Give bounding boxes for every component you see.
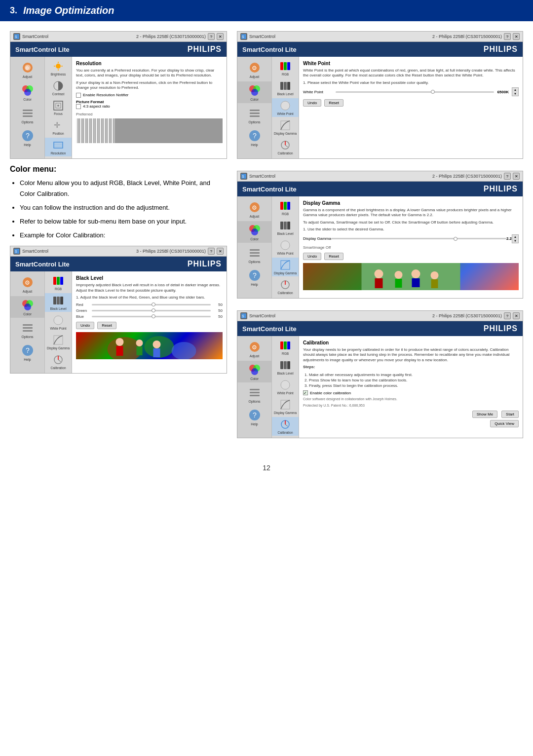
display-gamma-control-row: Display Gamma 2.2 ▲ ▼: [303, 234, 519, 243]
nav-options[interactable]: Options: [10, 104, 44, 126]
black-level-instruction: 1. Adjust the black level of the Red, Gr…: [76, 295, 223, 300]
nav-color[interactable]: Color: [10, 81, 44, 103]
gamma-increment[interactable]: ▲: [512, 235, 518, 239]
aspect-ratio-checkbox[interactable]: [76, 104, 81, 109]
gamma-slider-thumb: [454, 237, 457, 241]
wp-sub-rgb[interactable]: RGB: [272, 59, 299, 77]
display-gamma-reset-button[interactable]: Reset: [324, 253, 343, 260]
bl-sub-calibration[interactable]: Calibration: [45, 352, 72, 371]
display-gamma-undo-button[interactable]: Undo: [303, 253, 321, 260]
svg-rect-34: [23, 327, 33, 329]
quick-view-button[interactable]: Quick View: [490, 420, 519, 427]
bl-nav-options[interactable]: Options: [10, 319, 44, 340]
calib-nav-options[interactable]: Options: [237, 383, 271, 405]
calib-nav-adjust-label: Adjust: [250, 354, 259, 358]
calib-nav-adjust[interactable]: ⚙ Adjust: [237, 338, 271, 360]
gamma-calibration-icon: [279, 279, 291, 291]
green-slider-track[interactable]: [92, 310, 211, 311]
calib-sub-displaygamma[interactable]: Display Gamma: [272, 397, 299, 416]
wp-sub-displaygamma[interactable]: Display Gamma: [272, 118, 299, 137]
gamma-nav-help[interactable]: ? Help: [237, 266, 271, 288]
sub-brightness[interactable]: Brightness: [45, 59, 72, 77]
wp-nav-help[interactable]: ? Help: [237, 127, 271, 149]
wp-sub-rgb-label: RGB: [282, 73, 289, 76]
gamma-sub-displaygamma[interactable]: Display Gamma: [272, 258, 299, 276]
wp-sub-calibration[interactable]: Calibration: [272, 138, 299, 156]
bl-sub-blacklevel[interactable]: Black Level: [45, 293, 72, 312]
bl-calibration-icon: [52, 354, 64, 366]
bl-nav-color[interactable]: Color: [10, 296, 44, 318]
gamma-monitor-name: 2 - Philips 225Bl (CS30715000001): [432, 174, 502, 179]
calib-close-button[interactable]: ✕: [513, 312, 520, 319]
calib-nav-color[interactable]: Color: [237, 361, 271, 382]
gamma-nav-adjust[interactable]: ⚙ Adjust: [237, 198, 271, 220]
gamma-sub-whitepoint[interactable]: White Point: [272, 238, 299, 257]
bl-sub-whitepoint[interactable]: White Point: [45, 313, 72, 332]
gamma-sub-rgb[interactable]: RGB: [272, 198, 299, 217]
wp-nav-color[interactable]: Color: [237, 81, 271, 103]
calib-help-button[interactable]: ?: [504, 312, 511, 319]
svg-rect-57: [153, 348, 160, 357]
res-bar-17: [108, 118, 109, 143]
gamma-decrement[interactable]: ▼: [512, 239, 518, 243]
gamma-sub-blacklevel[interactable]: Black Level: [272, 218, 299, 237]
calib-monitor-name: 2 - Philips 225Bl (CS30715000001): [432, 313, 502, 318]
resolution-notifier-checkbox[interactable]: [76, 93, 81, 98]
bl-sub-calibration-label: Calibration: [50, 366, 66, 370]
black-level-reset-button[interactable]: Reset: [97, 322, 116, 329]
bl-close-button[interactable]: ✕: [217, 248, 224, 255]
svg-text:?: ?: [26, 346, 30, 354]
bl-sub-rgb[interactable]: RGB: [45, 273, 72, 292]
sub-focus[interactable]: Focus: [45, 98, 72, 117]
bl-help-button[interactable]: ?: [208, 248, 215, 255]
wp-nav-options[interactable]: Options: [237, 104, 271, 126]
wp-sub-blacklevel[interactable]: Black Level: [272, 78, 299, 97]
calib-sub-whitepoint[interactable]: White Point: [272, 378, 299, 396]
gamma-app-icon: S: [240, 173, 247, 180]
white-point-reset-button[interactable]: Reset: [324, 99, 343, 107]
calib-sub-blacklevel[interactable]: Black Level: [272, 358, 299, 377]
black-level-title: Black Level: [76, 275, 223, 281]
white-point-decrement[interactable]: ▼: [512, 92, 518, 96]
sub-resolution[interactable]: Resolution: [45, 138, 72, 156]
res-bar-7: [88, 118, 89, 143]
wp-help-button[interactable]: ?: [504, 33, 511, 40]
white-point-slider-track[interactable]: [336, 91, 494, 93]
gamma-titlebar: S SmartControl 2 - Philips 225Bl (CS3071…: [237, 171, 523, 182]
gamma-slider-track[interactable]: [331, 238, 506, 239]
nav-help[interactable]: ? Help: [10, 127, 44, 149]
calib-sub-rgb[interactable]: RGB: [272, 338, 299, 357]
bl-sub-displaygamma[interactable]: Display Gamma: [45, 333, 72, 351]
close-button[interactable]: ✕: [217, 33, 224, 40]
calib-sub-calibration[interactable]: Calibration: [272, 417, 299, 436]
show-me-button[interactable]: Show Me: [472, 411, 497, 418]
sub-position[interactable]: ✛ Position: [45, 118, 72, 137]
bl-nav-adjust[interactable]: ⚙ Adjust: [10, 273, 44, 295]
calib-nav-help[interactable]: ? Help: [237, 406, 271, 428]
start-button[interactable]: Start: [501, 411, 519, 418]
wp-nav-adjust[interactable]: ⚙ Adjust: [237, 59, 271, 80]
help-button[interactable]: ?: [208, 33, 215, 40]
black-level-undo-button[interactable]: Undo: [76, 322, 94, 329]
blue-slider-track[interactable]: [92, 316, 211, 317]
nav-color-label: Color: [23, 98, 32, 101]
bl-nav-help[interactable]: ? Help: [10, 341, 44, 363]
nav-adjust[interactable]: ⚙ Adjust: [10, 59, 44, 80]
white-point-increment[interactable]: ▲: [512, 88, 518, 92]
wp-philips-logo: PHILIPS: [484, 45, 518, 54]
enable-calibration-checkbox[interactable]: ✓: [303, 390, 308, 395]
black-level-titlebar: S SmartControl 3 - Philips 225Bl (CS3071…: [10, 246, 227, 257]
gamma-nav-color[interactable]: Color: [237, 221, 271, 243]
wp-close-button[interactable]: ✕: [513, 33, 520, 40]
red-slider-track[interactable]: [92, 304, 211, 305]
wp-sub-whitepoint[interactable]: White Point: [272, 98, 299, 117]
gamma-sub-calibration[interactable]: Calibration: [272, 277, 299, 296]
white-point-undo-button[interactable]: Undo: [303, 99, 321, 107]
sub-contrast[interactable]: Contrast: [45, 78, 72, 97]
res-bar-11: [96, 118, 97, 143]
svg-point-52: [116, 338, 124, 346]
display-gamma-value: 2.2: [506, 236, 512, 241]
gamma-nav-options[interactable]: Options: [237, 244, 271, 265]
gamma-close-button[interactable]: ✕: [513, 173, 520, 180]
gamma-help-button[interactable]: ?: [504, 173, 511, 180]
